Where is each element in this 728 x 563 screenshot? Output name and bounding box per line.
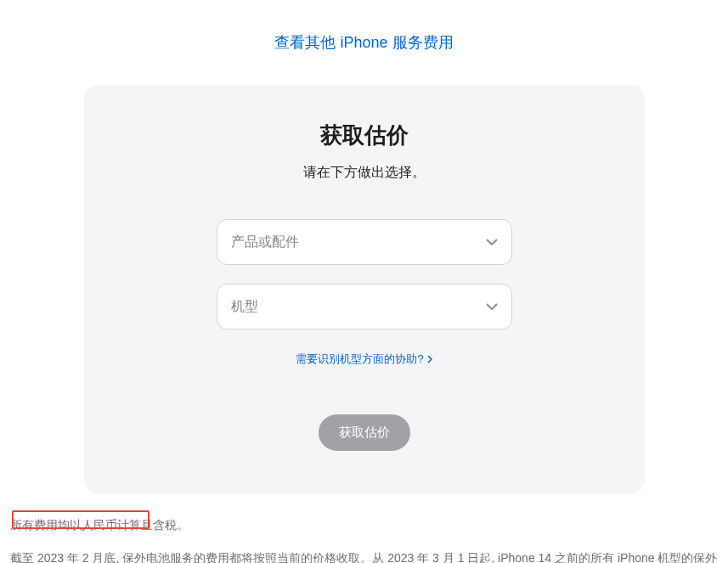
card-subtitle: 请在下方做出选择。 xyxy=(127,164,602,182)
top-link-container: 查看其他 iPhone 服务费用 xyxy=(0,0,728,53)
get-estimate-button[interactable]: 获取估价 xyxy=(319,414,410,451)
model-select-placeholder: 机型 xyxy=(231,298,258,316)
help-link-label: 需要识别机型方面的协助? xyxy=(296,352,423,367)
model-select[interactable]: 机型 xyxy=(217,284,512,329)
identify-model-help-link[interactable]: 需要识别机型方面的协助? xyxy=(296,352,432,367)
chevron-right-icon xyxy=(427,355,432,363)
footer-notes: 所有费用均以人民币计算且含税。 截至 2023 年 2 月底, 保外电池服务的费… xyxy=(0,493,728,563)
product-select-placeholder: 产品或配件 xyxy=(231,234,299,251)
chevron-down-icon xyxy=(486,303,498,310)
view-other-services-link[interactable]: 查看其他 iPhone 服务费用 xyxy=(274,34,453,51)
card-title: 获取估价 xyxy=(127,121,602,150)
estimate-card: 获取估价 请在下方做出选择。 产品或配件 机型 需要识别机型方面的协助? 获取估… xyxy=(84,85,645,493)
chevron-down-icon xyxy=(486,239,498,245)
footer-line-2: 截至 2023 年 2 月底, 保外电池服务的费用都将按照当前的价格收取。从 2… xyxy=(10,547,718,563)
footer-line-1: 所有费用均以人民币计算且含税。 xyxy=(10,514,718,537)
product-select[interactable]: 产品或配件 xyxy=(217,219,512,265)
model-select-wrapper: 机型 xyxy=(217,284,512,329)
product-select-wrapper: 产品或配件 xyxy=(217,219,512,265)
